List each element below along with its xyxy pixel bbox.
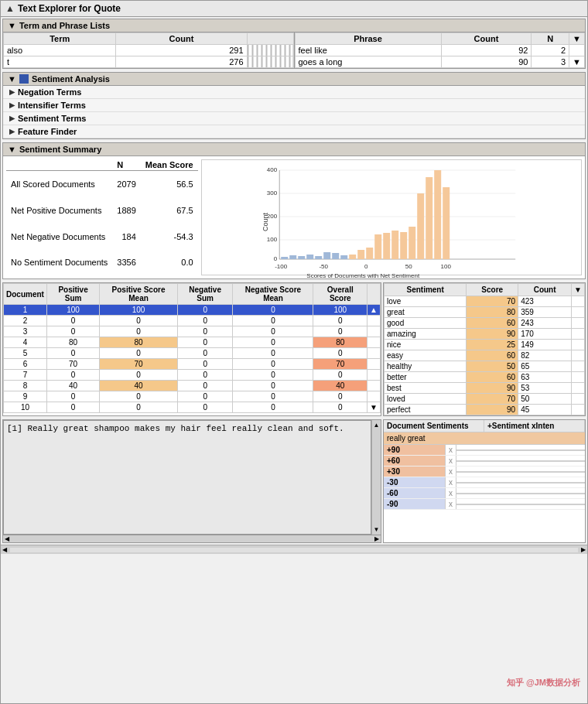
phrase-n-header: N [532, 33, 569, 45]
overall-cell: 0 [313, 348, 368, 359]
x-button-neg60[interactable]: x [446, 488, 456, 498]
table-row[interactable]: amazing 90 170 [385, 329, 585, 340]
neg-sum-cell: 0 [177, 391, 233, 402]
scroll-cell [368, 391, 381, 402]
term-phrase-title: Term and Phrase Lists [19, 21, 110, 30]
pos-sum-cell: 0 [46, 348, 99, 359]
table-row[interactable]: better 60 63 [385, 372, 585, 383]
bar-40 [383, 233, 390, 259]
table-row[interactable]: great 80 359 [385, 307, 585, 318]
term-phrase-header[interactable]: ▼ Term and Phrase Lists [3, 19, 585, 32]
sentiment-terms-row[interactable]: ▶ Sentiment Terms [3, 112, 585, 125]
table-row[interactable]: perfect 90 45 [385, 405, 585, 415]
text-scrollbar-v[interactable]: ▲ ▼ [371, 420, 381, 535]
table-row[interactable]: All Scored Documents 2079 56.5 [6, 171, 198, 198]
table-row[interactable]: Net Positive Documents 1889 67.5 [6, 197, 198, 224]
score-cell: 60 [467, 372, 518, 383]
table-row[interactable]: goes a long 90 3 ▼ [295, 56, 585, 68]
phrase-count-cell: 90 [441, 56, 532, 68]
sentiment-right-box: Document Sentiments +Sentiment xInten re… [383, 419, 586, 543]
phrase-scroll-cell [569, 45, 585, 56]
table-row[interactable]: 6 70 70 0 0 70 [4, 359, 381, 370]
overall-cell: 0 [313, 391, 368, 402]
table-row[interactable]: 4 80 80 0 0 80 [4, 337, 381, 348]
count-cell: 359 [518, 307, 572, 318]
pos-sum-cell: 0 [46, 370, 99, 381]
pos-sum-cell: 0 [46, 316, 99, 326]
sentiment-table-container: Sentiment Score Count ▼ love 70 423 [383, 282, 586, 416]
count-cell: 65 [518, 361, 572, 372]
pos-mean-col: Positive Score Mean [100, 284, 178, 305]
scroll-right-arrow[interactable]: ▶ [374, 535, 379, 542]
table-row[interactable]: 10 0 0 0 0 0 ▼ [4, 402, 381, 413]
table-row[interactable]: 3 0 0 0 0 0 [4, 326, 381, 337]
table-row[interactable]: 1 100 100 0 0 100 ▲ [4, 305, 381, 316]
sent-right-body: +90 x +60 x +30 x -30 x [384, 445, 585, 542]
table-row[interactable]: Net Negative Documents 184 -54.3 [6, 224, 198, 250]
term-col-header: Term [4, 33, 116, 45]
doc-table-scroll[interactable]: Document Positive Sum Positive Score Mea… [3, 283, 381, 413]
intensifier-terms-row[interactable]: ▶ Intensifier Terms [3, 99, 585, 112]
table-row[interactable]: 7 0 0 0 0 0 [4, 370, 381, 381]
feature-finder-label: Feature Finder [18, 127, 77, 136]
x-button-30[interactable]: x [446, 466, 456, 477]
scroll-td [572, 361, 585, 372]
text-scrollbar-h[interactable]: ◀ ▶ [3, 535, 381, 542]
table-row[interactable]: 2 0 0 0 0 0 [4, 316, 381, 326]
table-row[interactable]: good 60 243 [385, 318, 585, 329]
scroll-left-arrow[interactable]: ◀ [5, 535, 9, 542]
ss-arrow: ▼ [8, 145, 16, 154]
ss-row-mean: 56.5 [141, 171, 198, 198]
table-row[interactable]: feel like 92 2 [295, 45, 585, 56]
pos-sum-cell: 80 [46, 337, 99, 348]
x-button-neg30[interactable]: x [446, 477, 456, 487]
pos-mean-cell: 0 [100, 391, 178, 402]
table-row[interactable]: No Sentiment Documents 3356 0.0 [6, 249, 198, 275]
scroll-down-arrow[interactable]: ▼ [374, 526, 380, 533]
x-tick-neg50: -50 [319, 263, 328, 270]
ss-row-mean: 0.0 [141, 249, 198, 275]
count-cell: 170 [518, 329, 572, 340]
sentiment-analysis-section: ▼ Sentiment Analysis ▶ Negation Terms ▶ … [2, 72, 586, 139]
sentiment-highlight-row[interactable]: really great [384, 432, 585, 445]
table-row[interactable]: loved 70 50 [385, 394, 585, 405]
ss-row-mean: 67.5 [141, 197, 198, 224]
table-row[interactable]: t 276 [4, 56, 294, 68]
ss-row-label: All Scored Documents [6, 171, 112, 198]
table-row[interactable]: 9 0 0 0 0 0 [4, 391, 381, 402]
ss-header[interactable]: ▼ Sentiment Summary [3, 143, 585, 156]
doc-cell: 4 [4, 337, 47, 348]
table-row[interactable]: healthy 50 65 [385, 361, 585, 372]
table-row[interactable]: love 70 423 [385, 296, 585, 307]
sentiment-summary-section: ▼ Sentiment Summary N Mean Score All Sco… [2, 142, 586, 279]
table-row[interactable]: easy 60 82 [385, 350, 585, 361]
table-row[interactable]: 8 40 40 0 0 40 [4, 381, 381, 391]
sa-header[interactable]: ▼ Sentiment Analysis [3, 73, 585, 86]
table-row[interactable]: 5 0 0 0 0 0 [4, 348, 381, 359]
neg-mean-cell: 0 [233, 305, 313, 316]
table-row[interactable]: best 90 53 [385, 383, 585, 394]
score-cell: 50 [467, 361, 518, 372]
score-val-neg30 [456, 482, 585, 484]
neg-sum-cell: 0 [177, 402, 233, 413]
table-row[interactable]: nice 25 149 [385, 340, 585, 350]
scroll-up-arrow[interactable]: ▲ [374, 422, 380, 429]
x-button-neg90[interactable]: x [446, 499, 456, 509]
sent-table-scroll[interactable]: Sentiment Score Count ▼ love 70 423 [384, 283, 585, 415]
scroll-col [368, 284, 381, 305]
count-cell: 149 [518, 340, 572, 350]
table-row[interactable]: also 291 [4, 45, 294, 56]
feature-finder-row[interactable]: ▶ Feature Finder [3, 125, 585, 138]
x-button-60[interactable]: x [446, 456, 456, 466]
pos-sum-cell: 70 [46, 359, 99, 370]
bottom-scrollbar[interactable]: ◀ ▶ [1, 545, 587, 554]
overall-cell: 0 [313, 370, 368, 381]
count-cell: 423 [518, 296, 572, 307]
neg-sum-col: Negative Sum [177, 284, 233, 305]
ss-stats-table: N Mean Score All Scored Documents 2079 5… [6, 159, 198, 275]
bar-10 [357, 250, 364, 259]
x-button-90[interactable]: x [446, 445, 456, 455]
negation-terms-row[interactable]: ▶ Negation Terms [3, 86, 585, 99]
bottom-scroll-left[interactable]: ◀ [1, 546, 9, 553]
bottom-scroll-right[interactable]: ▶ [579, 546, 587, 553]
